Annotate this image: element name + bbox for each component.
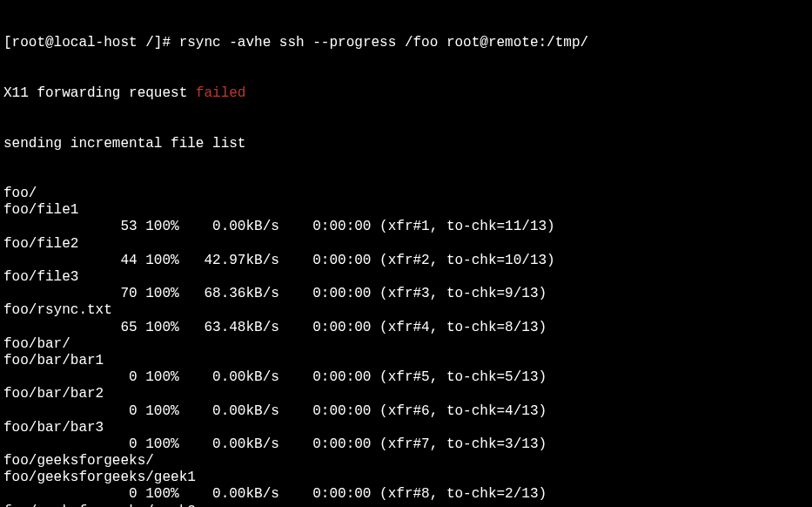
- rsync-path-line: foo/file3: [3, 269, 809, 286]
- x11-failed: failed: [196, 85, 246, 101]
- rsync-stats-line: 0 100% 0.00kB/s 0:00:00 (xfr#7, to-chk=3…: [3, 436, 809, 453]
- rsync-stats-line: 0 100% 0.00kB/s 0:00:00 (xfr#8, to-chk=2…: [3, 486, 809, 503]
- rsync-stats-line: 53 100% 0.00kB/s 0:00:00 (xfr#1, to-chk=…: [3, 219, 809, 235]
- rsync-stats-line: 65 100% 63.48kB/s 0:00:00 (xfr#4, to-chk…: [3, 320, 809, 336]
- sending-line: sending incremental file list: [3, 136, 809, 152]
- rsync-stats-line: 44 100% 42.97kB/s 0:00:00 (xfr#2, to-chk…: [3, 253, 809, 269]
- x11-line: X11 forwarding request failed: [3, 85, 809, 102]
- rsync-stats-line: 0 100% 0.00kB/s 0:00:00 (xfr#6, to-chk=4…: [3, 403, 809, 420]
- rsync-output: foo/foo/file1 53 100% 0.00kB/s 0:00:00 (…: [3, 186, 809, 507]
- x11-before: X11 forwarding request: [3, 85, 196, 101]
- rsync-path-line: foo/geeksforgeeks/geek1: [3, 470, 809, 486]
- rsync-path-line: foo/bar/: [3, 336, 809, 353]
- command-text: rsync -avhe ssh --progress /foo root@rem…: [179, 35, 588, 51]
- rsync-stats-line: 0 100% 0.00kB/s 0:00:00 (xfr#5, to-chk=5…: [3, 369, 809, 386]
- rsync-path-line: foo/file1: [3, 202, 809, 219]
- rsync-path-line: foo/bar/bar1: [3, 353, 809, 369]
- shell-prompt: [root@local-host /]#: [3, 35, 179, 51]
- rsync-path-line: foo/file2: [3, 236, 809, 253]
- prompt-line: [root@local-host /]# rsync -avhe ssh --p…: [3, 35, 809, 51]
- rsync-stats-line: 70 100% 68.36kB/s 0:00:00 (xfr#3, to-chk…: [3, 286, 809, 302]
- rsync-path-line: foo/rsync.txt: [3, 302, 809, 319]
- rsync-path-line: foo/bar/bar2: [3, 386, 809, 402]
- rsync-path-line: foo/geeksforgeeks/geek2: [3, 504, 809, 507]
- rsync-path-line: foo/bar/bar3: [3, 420, 809, 436]
- rsync-path-line: foo/geeksforgeeks/: [3, 453, 809, 470]
- rsync-path-line: foo/: [3, 186, 809, 202]
- terminal-window[interactable]: [root@local-host /]# rsync -avhe ssh --p…: [0, 0, 812, 507]
